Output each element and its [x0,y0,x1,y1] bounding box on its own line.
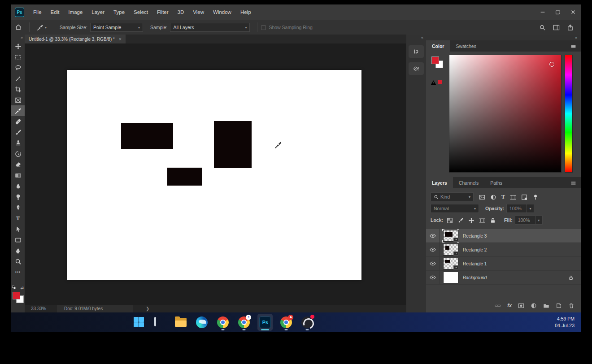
menu-image[interactable]: Image [64,9,87,15]
comments-panel-icon[interactable] [409,62,424,75]
history-panel-icon[interactable] [409,45,424,58]
add-layer-mask-icon[interactable] [518,301,524,309]
eraser-tool[interactable] [11,159,25,170]
layer-visibility-icon[interactable] [426,257,440,270]
pen-tool[interactable] [11,202,25,213]
menu-help[interactable]: Help [236,9,256,15]
closest-web-color-chip[interactable] [438,80,442,84]
rectangular-marquee-tool[interactable] [11,52,25,62]
dodge-tool[interactable] [11,191,25,202]
layer-filter-dropdown[interactable]: Kind ▾ [431,192,474,201]
foreground-color-swatch[interactable] [13,292,20,299]
tab-swatches[interactable]: Swatches [450,40,482,52]
link-layers-icon[interactable] [495,301,501,309]
home-button[interactable] [11,24,26,31]
layer-row-rectangle-3[interactable]: Rectangle 3 [426,229,581,243]
menu-file[interactable]: File [29,9,46,15]
move-tool[interactable] [11,41,25,52]
layer-visibility-icon[interactable] [426,229,440,243]
default-colors-icon[interactable] [12,286,16,290]
close-button[interactable] [566,6,581,18]
taskbar-chrome-alt-button[interactable]: A [279,314,294,331]
gamut-warning-icon[interactable] [431,78,436,86]
collapse-dock-icon[interactable]: » [575,35,577,40]
menu-view[interactable]: View [188,9,209,15]
brush-tool[interactable] [11,127,25,138]
layer-row-background[interactable]: Background [426,271,581,285]
tab-channels[interactable]: Channels [453,177,484,188]
lock-position-icon[interactable] [468,216,474,224]
show-sampling-ring-checkbox[interactable] [261,25,266,30]
type-tool[interactable]: T [11,213,25,224]
sample-size-dropdown[interactable]: Point Sample▾ [90,23,143,32]
tab-layers[interactable]: Layers [426,177,453,188]
tab-color[interactable]: Color [426,40,450,52]
expand-dock-icon[interactable]: « [421,35,426,41]
rectangle-tool[interactable] [11,234,25,245]
frame-tool[interactable] [11,95,25,105]
lock-all-icon[interactable] [490,216,496,224]
panel-menu-icon[interactable] [570,179,576,187]
restore-button[interactable] [550,6,566,18]
layer-thumbnail[interactable] [443,244,458,256]
search-icon[interactable] [539,23,546,31]
taskbar-obs-button[interactable] [300,314,315,331]
menu-window[interactable]: Window [209,9,236,15]
close-tab-icon[interactable]: × [119,37,122,42]
lock-pixels-icon[interactable] [457,216,464,224]
filter-type-layer-icon[interactable]: T [501,194,505,200]
layer-thumbnail[interactable] [443,272,458,283]
new-layer-icon[interactable] [556,301,562,309]
layer-thumbnail[interactable] [443,230,458,242]
taskbar-photoshop-button[interactable]: Ps [257,314,273,331]
layer-thumbnail[interactable] [443,258,458,269]
edit-toolbar-tool[interactable]: ••• [11,267,25,277]
opacity-value[interactable]: 100% [506,204,527,213]
menu-filter[interactable]: Filter [152,9,173,15]
new-group-icon[interactable] [543,301,549,309]
sample-dropdown[interactable]: All Layers▾ [170,23,250,32]
filter-smart-object-icon[interactable] [521,193,527,201]
fill-chevron-icon[interactable]: ▾ [535,216,543,225]
spot-healing-brush-tool[interactable] [11,116,25,127]
workspace-layout-icon[interactable] [553,23,560,31]
layer-visibility-icon[interactable] [426,243,440,256]
eyedropper-tool[interactable] [11,105,25,116]
hue-slider[interactable] [565,55,573,173]
filter-shape-layer-icon[interactable] [510,193,516,201]
menu-3d[interactable]: 3D [173,9,189,15]
hand-tool[interactable] [11,245,25,256]
taskbar-search-button[interactable] [152,314,167,331]
object-selection-tool[interactable] [11,73,25,84]
taskbar-chrome-button[interactable] [215,314,231,331]
taskbar-start-button[interactable] [131,314,146,331]
eyedropper-tool-preset-button[interactable]: ▾ [33,24,50,31]
panel-menu-icon[interactable] [570,42,576,50]
layer-style-fx-icon[interactable]: fx [507,303,512,308]
filter-adjustment-layer-icon[interactable] [490,193,496,201]
taskbar-edge-button[interactable] [194,314,209,331]
menu-select[interactable]: Select [129,9,152,15]
foreground-color-swatch[interactable] [431,56,439,64]
new-adjustment-layer-icon[interactable] [531,301,537,309]
document-tab[interactable]: Untitled-1 @ 33.3% (Rectangle 3, RGB/8) … [25,35,126,43]
canvas-pasteboard[interactable] [25,43,406,305]
taskbar-clock[interactable]: 4:59 PM 04-Jul-23 [555,316,575,328]
document-canvas[interactable] [67,70,361,280]
layer-filter-toggle-icon[interactable] [532,193,539,201]
clone-stamp-tool[interactable] [11,138,25,148]
swap-colors-icon[interactable]: ⇄ [20,286,24,290]
layer-row-rectangle-2[interactable]: Rectangle 2 [426,243,581,257]
lasso-tool[interactable] [11,62,25,73]
blur-tool[interactable] [11,181,25,191]
menu-layer[interactable]: Layer [87,9,109,15]
blend-mode-dropdown[interactable]: Normal▾ [431,204,479,213]
share-icon[interactable] [567,23,574,31]
history-brush-tool[interactable] [11,148,25,159]
path-selection-tool[interactable] [11,224,25,234]
delete-layer-icon[interactable] [568,301,575,309]
lock-transparency-icon[interactable] [447,216,453,224]
collapse-toolbar-icon[interactable]: » [21,35,25,41]
lock-artboard-icon[interactable] [479,216,485,224]
taskbar-file-explorer-button[interactable] [173,314,188,331]
